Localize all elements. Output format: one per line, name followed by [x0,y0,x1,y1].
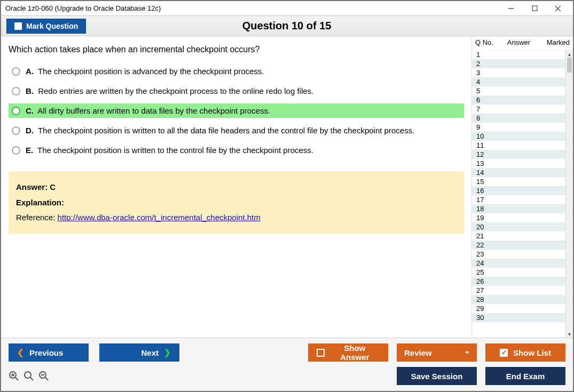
question-list-row[interactable]: 26 [472,277,565,286]
svg-point-8 [25,372,31,378]
question-list-row[interactable]: 1 [472,50,565,59]
mark-question-button[interactable]: Mark Question [6,19,86,34]
window-title: Oracle 1z0-060 (Upgrade to Oracle Databa… [5,4,500,12]
scroll-down-icon[interactable]: ▾ [566,330,573,338]
next-button[interactable]: Next ❯ [99,343,179,362]
show-list-button[interactable]: Show List [485,343,565,362]
question-list-row[interactable]: 3 [472,68,565,77]
option-row[interactable]: C. All dirty buffers are written to data… [9,103,464,118]
content-area: Which action takes place when an increme… [1,36,573,338]
answer-explanation-box: Answer: C Explanation: Reference: http:/… [9,171,464,234]
question-list-row[interactable]: 14 [472,168,565,177]
zoom-out-button[interactable] [38,371,49,381]
radio-icon[interactable] [12,126,20,135]
option-text: C. All dirty buffers are written to data… [26,106,270,115]
col-answer: Answer [498,38,540,46]
question-list-row[interactable]: 13 [472,159,565,168]
question-list-row[interactable]: 27 [472,286,565,295]
chevron-right-icon: ❯ [164,348,171,357]
option-text: A. The checkpoint position is advanced b… [26,67,264,76]
svg-line-11 [45,378,48,380]
question-list-row[interactable]: 18 [472,204,565,213]
next-label: Next [141,348,159,357]
col-qno: Q No. [475,38,498,46]
checkbox-icon [317,349,325,357]
option-row[interactable]: D. The checkpoint position is written to… [9,123,464,138]
question-list-row[interactable]: 20 [472,222,565,231]
zoom-reset-button[interactable] [23,371,34,381]
svg-line-9 [30,378,33,380]
radio-icon[interactable] [12,67,20,76]
maximize-button[interactable] [524,2,545,15]
question-list-row[interactable]: 24 [472,259,565,268]
question-list-row[interactable]: 5 [472,86,565,95]
toolbar-row-2: Save Session End Exam [9,367,565,385]
question-list-row[interactable]: 19 [472,213,565,222]
chevron-down-icon [465,351,469,354]
question-list-row[interactable]: 21 [472,231,565,241]
show-answer-button[interactable]: Show Answer [308,343,388,362]
question-list-row[interactable]: 10 [472,132,565,141]
option-row[interactable]: E. The checkpoint position is written to… [9,143,464,157]
question-list-row[interactable]: 15 [472,177,565,186]
answer-line: Answer: C [16,180,457,195]
question-list-row[interactable]: 4 [472,77,565,86]
question-panel: Which action takes place when an increme… [1,36,471,338]
col-marked: Marked [540,38,570,46]
previous-label: Previous [29,348,63,357]
chevron-left-icon: ❮ [17,348,24,357]
question-list-row[interactable]: 22 [472,241,565,250]
radio-icon[interactable] [12,87,20,95]
minimize-button[interactable] [500,2,522,15]
option-letter: E. [26,146,33,155]
question-counter: Question 10 of 15 [86,20,487,32]
question-list-row[interactable]: 2 [472,59,565,68]
save-session-button[interactable]: Save Session [397,367,477,385]
review-button[interactable]: Review [397,343,477,362]
magnifier-icon [23,371,34,381]
radio-icon[interactable] [12,107,20,115]
question-list-row[interactable]: 16 [472,186,565,195]
question-list-row[interactable]: 29 [472,304,565,313]
reference-link[interactable]: http://www.dba-oracle.com/t_incremental_… [58,213,261,222]
question-list-row[interactable]: 11 [472,141,565,150]
question-list-row[interactable]: 8 [472,114,565,123]
zoom-out-icon [38,371,49,381]
close-icon [555,5,561,12]
minimize-icon [508,5,514,12]
option-text: B. Redo entries are written by the check… [26,86,313,95]
option-text: D. The checkpoint position is written to… [26,126,414,135]
question-list-row[interactable]: 25 [472,268,565,277]
question-list-row[interactable]: 17 [472,195,565,204]
question-list-row[interactable]: 7 [472,105,565,114]
option-row[interactable]: A. The checkpoint position is advanced b… [9,64,464,78]
scrollbar[interactable]: ▴ ▾ [565,50,573,338]
scroll-up-icon[interactable]: ▴ [566,50,573,58]
end-exam-button[interactable]: End Exam [485,367,565,385]
radio-icon[interactable] [12,146,20,155]
toolbar-row-1: ❮ Previous Next ❯ Show Answer Review Sho… [9,343,565,362]
question-list-row[interactable]: 9 [472,123,565,132]
reference-line: Reference: http://www.dba-oracle.com/t_i… [16,210,457,226]
question-list-row[interactable]: 28 [472,295,565,304]
question-list-panel: Q No. Answer Marked 12345678910111213141… [471,36,573,338]
question-list-row[interactable]: 12 [472,150,565,159]
question-list-row[interactable]: 30 [472,313,565,322]
previous-button[interactable]: ❮ Previous [9,343,89,362]
option-row[interactable]: B. Redo entries are written by the check… [9,84,464,98]
svg-line-2 [555,6,561,11]
zoom-controls [9,371,49,381]
mark-question-label: Mark Question [26,22,78,30]
question-list-row[interactable]: 6 [472,95,565,105]
close-button[interactable] [547,2,569,15]
zoom-in-icon [9,371,19,381]
checkbox-checked-icon [500,349,508,357]
review-label: Review [404,348,432,357]
svg-line-5 [15,378,18,380]
save-session-label: Save Session [411,372,463,381]
scroll-thumb[interactable] [567,58,572,73]
options-list: A. The checkpoint position is advanced b… [9,64,464,157]
question-list-row[interactable]: 23 [472,250,565,259]
zoom-in-button[interactable] [9,371,19,381]
app-window: Oracle 1z0-060 (Upgrade to Oracle Databa… [0,0,574,392]
